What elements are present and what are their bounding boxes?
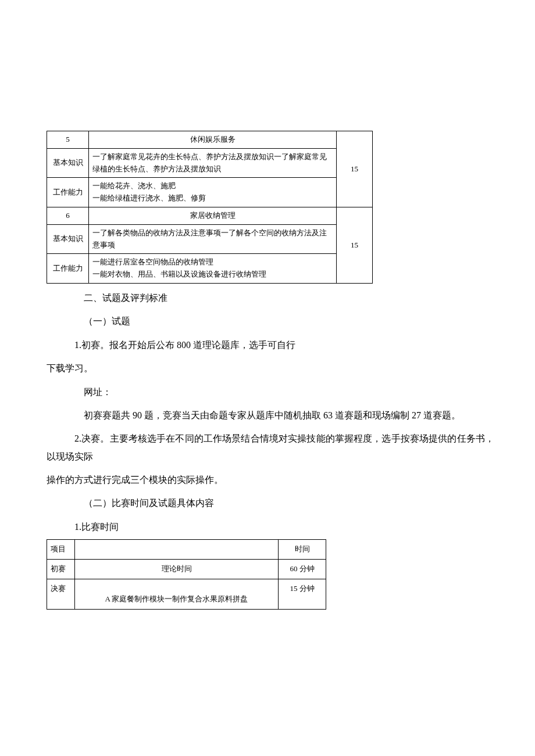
section-score: 15	[337, 131, 373, 207]
para-final-b: 操作的方式进行完成三个模块的实际操作。	[47, 471, 494, 489]
section-5-header: 5 休闲娱乐服务 15	[47, 131, 373, 149]
para-prelim-a: 1.初赛。报名开始后公布 800 道理论题库，选手可自行	[47, 336, 494, 354]
section-title: 休闲娱乐服务	[89, 131, 337, 149]
schedule-h-time: 时间	[279, 540, 326, 560]
heading-2-1: （一）试题	[47, 313, 494, 330]
para-prelim-detail: 初赛赛题共 90 题，竞赛当天由命题专家从题库中随机抽取 63 道赛题和现场编制…	[47, 407, 494, 424]
heading-2-2: （二）比赛时间及试题具体内容	[47, 495, 494, 512]
section-6-ability: 工作能力 一能进行居室各空间物品的收纳管理 一能对衣物、用品、书籍以及设施设备进…	[47, 254, 373, 284]
schedule-project: 决赛	[47, 579, 75, 609]
row-label: 基本知识	[47, 148, 89, 178]
row-text: 一了解家庭常见花卉的生长特点、养护方法及摆放知识一了解家庭常见绿植的生长特点、养…	[89, 148, 337, 178]
schedule-content: 理论时间	[75, 560, 279, 579]
content-outline-table: 5 休闲娱乐服务 15 基本知识 一了解家庭常见花卉的生长特点、养护方法及摆放知…	[47, 131, 373, 284]
row-text: 一了解各类物品的收纳方法及注意事项一了解各个空间的收纳方法及注意事项	[89, 224, 337, 254]
heading-3-1: 1.比赛时间	[47, 518, 494, 536]
schedule-h-blank	[75, 540, 279, 560]
schedule-row-final: 决赛 A 家庭餐制作模块一制作复合水果原料拼盘 15 分钟	[47, 579, 326, 609]
para-final-a: 2.决赛。主要考核选手在不同的工作场景结合情境对实操技能的掌握程度，选手按赛场提…	[47, 430, 494, 465]
row-text: 一能给花卉、浇水、施肥 一能给绿植进行浇水、施肥、修剪	[89, 178, 337, 207]
section-title: 家居收纳管理	[89, 207, 337, 224]
row-label: 工作能力	[47, 254, 89, 284]
schedule-time: 60 分钟	[279, 560, 326, 579]
body-text: 二、试题及评判标准 （一）试题 1.初赛。报名开始后公布 800 道理论题库，选…	[41, 289, 494, 536]
section-score: 15	[337, 207, 373, 283]
section-5-knowledge: 基本知识 一了解家庭常见花卉的生长特点、养护方法及摆放知识一了解家庭常见绿植的生…	[47, 148, 373, 178]
section-5-ability: 工作能力 一能给花卉、浇水、施肥 一能给绿植进行浇水、施肥、修剪	[47, 178, 373, 207]
heading-2: 二、试题及评判标准	[47, 289, 494, 307]
schedule-project: 初赛	[47, 560, 75, 579]
schedule-table: 项目 时间 初赛 理论时间 60 分钟 决赛 A 家庭餐制作模块一制作复合水果原…	[47, 539, 326, 610]
schedule-row-prelim: 初赛 理论时间 60 分钟	[47, 560, 326, 579]
row-label: 基本知识	[47, 224, 89, 254]
schedule-h-project: 项目	[47, 540, 75, 560]
schedule-header: 项目 时间	[47, 540, 326, 560]
section-num: 5	[47, 131, 89, 149]
schedule-time: 15 分钟	[279, 579, 326, 609]
para-prelim-b: 下载学习。	[47, 360, 494, 377]
section-6-knowledge: 基本知识 一了解各类物品的收纳方法及注意事项一了解各个空间的收纳方法及注意事项	[47, 224, 373, 254]
para-url: 网址：	[47, 384, 494, 401]
row-text: 一能进行居室各空间物品的收纳管理 一能对衣物、用品、书籍以及设施设备进行收纳管理	[89, 254, 337, 284]
schedule-content: A 家庭餐制作模块一制作复合水果原料拼盘	[75, 579, 279, 609]
section-6-header: 6 家居收纳管理 15	[47, 207, 373, 224]
row-label: 工作能力	[47, 178, 89, 207]
section-num: 6	[47, 207, 89, 224]
